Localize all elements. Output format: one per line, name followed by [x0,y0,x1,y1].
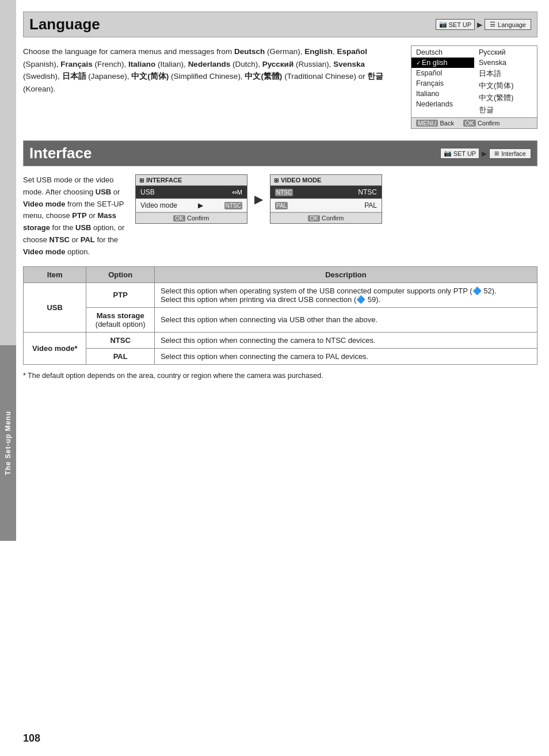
language-breadcrumb-page: ☰ Language [485,19,531,30]
page-number: 108 [23,732,40,744]
lang-deutsch: Deutsch [234,47,265,56]
camera-icon-2: 📷 [444,150,452,157]
pal-label: PAL [364,201,377,209]
table-row-mass-storage: Mass storage(default option) Select this… [24,307,537,332]
interface-setup-label: SET UP [453,150,476,157]
videomode-ntsc-row: NTSC NTSC [270,186,382,199]
lang-korean: 한글 [367,72,383,81]
lang-item-deutsch: Deutsch [411,47,474,58]
interface-page-label: Interface [501,150,526,157]
table-desc-pal: Select this option when connecting the c… [154,348,537,364]
videomode-menu-footer: OK Confirm [270,212,382,223]
interface-menu-screen: ⊞ INTERFACE USB ⇔M Video mode ▶ NTSC [135,174,247,224]
lang-item-japanese: 日本語 [474,68,537,80]
videomode-pal-row: PAL PAL [270,199,382,212]
interface-videomode-row: Video mode ▶ NTSC [136,199,247,212]
interface-section: Interface 📷 SET UP ▶ ⊞ Interface Set USB… [23,140,537,381]
language-header: Language 📷 SET UP ▶ ☰ Language [23,12,537,37]
lang-italiano: Italiano [128,60,155,68]
menu-icon: ☰ [490,21,495,28]
interface-title: Interface [29,144,92,162]
interface-description: Set USB mode or the video mode. After ch… [23,174,129,258]
interface-breadcrumb-arrow: ▶ [482,150,487,158]
lang-item-espanol: Español [411,68,474,78]
interface-menu-footer: OK Confirm [136,212,247,223]
interface-breadcrumb: 📷 SET UP ▶ ⊞ Interface [440,148,531,159]
table-option-ptp: PTP [86,282,154,307]
lang-chinese-traditional: 中文(繁體) [245,72,282,81]
interface-usb-row: USB ⇔M [136,186,247,199]
interface-body: Set USB mode or the video mode. After ch… [23,174,537,258]
lang-item-russian: Русский [474,47,537,58]
videomode-menu-title: VIDEO MODE [281,177,321,184]
lang-svenska: Svenska [333,60,365,68]
ok-key-1: OK [173,215,185,222]
videomode-arrow: ▶ [198,201,203,209]
table-header-description: Description [154,266,537,282]
interface-menu-icon: ⊞ [139,177,144,184]
videomode-menu-body: NTSC NTSC PAL PAL [270,186,382,212]
language-menu-screen: Deutsch En glish Español Français Italia… [411,45,537,129]
table-desc-ntsc: Select this option when connecting the c… [154,332,537,348]
table-row-pal: PAL Select this option when connecting t… [24,348,537,364]
lang-japanese: 日本語 [62,72,86,81]
lang-russian: Русский [262,60,294,68]
lang-item-italiano: Italiano [411,89,474,99]
side-tab: The Set-up Menu [0,345,16,541]
screens-arrow: ▶ [254,192,263,206]
table-item-videomode: Video mode* [24,332,86,364]
table-row-ntsc: Video mode* NTSC Select this option when… [24,332,537,348]
lang-col-right: Русский Svenska 日本語 中文(简体) 中文(繁體) 한글 [474,46,537,117]
menu-key-confirm: OK Confirm [463,120,500,127]
setup-label: SET UP [449,21,472,28]
left-strip [0,0,16,345]
lang-menu-footer: MENU Back OK Confirm [411,118,537,128]
table-option-ntsc: NTSC [86,332,154,348]
lang-item-nederlands: Nederlands [411,99,474,109]
interface-menu-header: ⊞ INTERFACE [136,175,247,186]
language-breadcrumb: 📷 SET UP ▶ ☰ Language [436,19,531,30]
breadcrumb-arrow: ▶ [477,21,482,29]
ntsc-badge: NTSC [275,189,293,196]
menu-screens: ⊞ INTERFACE USB ⇔M Video mode ▶ NTSC [135,174,537,224]
lang-nederlands: Nederlands [188,60,231,68]
lang-espanol: Español [337,47,368,56]
lang-francais: Français [60,60,93,68]
lang-english: English [304,47,333,56]
interface-setup-badge: 📷 SET UP [440,148,480,159]
videomode-menu-icon: ⊞ [274,177,279,184]
setup-badge: 📷 SET UP [436,19,475,30]
table-option-mass-storage: Mass storage(default option) [86,307,154,332]
language-description: Choose the language for camera menus and… [23,45,399,129]
interface-menu-title: INTERFACE [146,177,182,184]
lang-item-chinese-simplified: 中文(简体) [474,80,537,92]
language-title: Language [29,16,100,33]
lang-chinese-simplified: 中文(简体) [131,72,169,81]
interface-header: Interface 📷 SET UP ▶ ⊞ Interface [23,140,537,166]
table-desc-mass-storage: Select this option when connecting via U… [154,307,537,332]
pal-badge: PAL [275,202,288,209]
menu-key-back: MENU Back [416,120,454,127]
lang-menu-grid: Deutsch En glish Español Français Italia… [411,46,537,118]
language-page-label: Language [498,21,526,28]
camera-icon: 📷 [439,21,447,28]
interface-menu-body: USB ⇔M Video mode ▶ NTSC [136,186,247,212]
interface-breadcrumb-page: ⊞ Interface [489,148,531,159]
lang-item-svenska: Svenska [474,58,537,68]
videomode-label: Video mode [140,201,177,209]
side-tab-label: The Set-up Menu [4,411,12,475]
footnote: * The default option depends on the area… [23,371,537,381]
usb-label: USB [140,188,155,196]
ok-key-2: OK [308,215,319,222]
language-body: Choose the language for camera menus and… [23,45,537,129]
videomode-menu-screen: ⊞ VIDEO MODE NTSC NTSC PAL PAL [270,174,382,224]
lang-item-korean: 한글 [474,104,537,116]
table-header-option: Option [86,266,154,282]
table-option-pal: PAL [86,348,154,364]
table-row-ptp: USB PTP Select this option when operatin… [24,282,537,307]
lang-col-left: Deutsch En glish Español Français Italia… [411,46,474,117]
videomode-badge: NTSC [224,202,242,209]
interface-table: Item Option Description USB PTP Select t… [23,266,537,365]
table-desc-ptp: Select this option when operating system… [154,282,537,307]
lang-item-english: En glish [411,58,474,68]
